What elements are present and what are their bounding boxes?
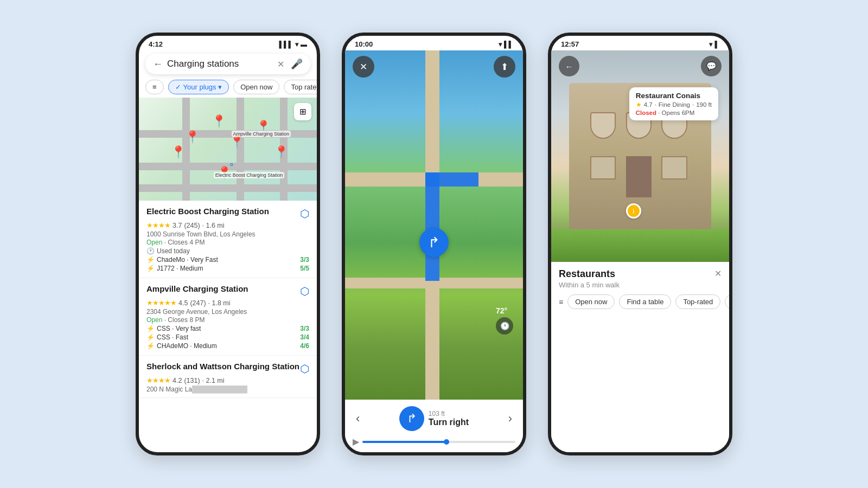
- open-now-btn[interactable]: Open now: [567, 294, 615, 309]
- your-plugs-label: Your plugs ▾: [183, 83, 222, 91]
- stars-1: ★★★★: [146, 221, 170, 229]
- rating-value-2: 4.5: [178, 299, 188, 307]
- search-bar[interactable]: ← Charging stations ✕ 🎤: [145, 54, 310, 74]
- restaurants-panel: Restaurants Within a 5 min walk ✕ ≡ Open…: [551, 262, 729, 452]
- phone-navigation: 10:00 ▾ ▌▌ ↱ ✕ ⬆ 72° 🕐 ‹ ↱: [342, 33, 526, 455]
- panel-close-button[interactable]: ✕: [714, 268, 722, 279]
- layers-icon: ⊞: [299, 107, 307, 117]
- nav-button-3[interactable]: ⬡: [300, 362, 309, 375]
- more-btn[interactable]: More: [725, 294, 732, 309]
- user-location-dot: ⚬: [228, 160, 235, 169]
- street-view-map[interactable]: ← 💬 Restaurant Conais ★ 4.7 · Fine Dinin…: [551, 50, 729, 262]
- map-pin[interactable]: 📍: [212, 114, 226, 129]
- charger-avail: 3/4: [300, 333, 309, 341]
- wifi-icon: ▾: [295, 41, 298, 48]
- place-marker[interactable]: i: [626, 203, 641, 219]
- review-count-1: (245): [184, 222, 200, 229]
- top-rated-btn[interactable]: Top-rated: [675, 294, 720, 309]
- charger-avail: 4/6: [300, 342, 309, 350]
- map-layer-button[interactable]: ⊞: [294, 103, 311, 120]
- panel-header: Restaurants Within a 5 min walk ✕: [559, 268, 722, 289]
- charger-avail: 5/5: [300, 265, 309, 272]
- map-pin[interactable]: 📍: [171, 145, 186, 159]
- tooltip-dist: ·: [692, 101, 694, 108]
- map-pin[interactable]: 📍: [274, 145, 289, 159]
- nav-turn-arrow: ↱: [419, 228, 449, 257]
- nav-close-button[interactable]: ✕: [353, 56, 374, 78]
- nav-map[interactable]: ↱ ✕ ⬆ 72° 🕐: [345, 50, 523, 400]
- sv-back-button[interactable]: ←: [559, 56, 579, 76]
- place-tooltip[interactable]: Restaurant Conais ★ 4.7 · Fine Dining · …: [629, 87, 718, 120]
- building-window: [590, 156, 616, 179]
- status-bar-2: 10:00 ▾ ▌▌: [345, 36, 523, 50]
- listing-1[interactable]: Electric Boost Charging Station ⬡ ★★★★ 3…: [139, 201, 317, 278]
- wifi-icon-2: ▾: [499, 41, 502, 48]
- turn-info: 103 ft Turn right: [429, 410, 469, 427]
- panel-title: Restaurants: [559, 268, 620, 280]
- tooltip-name: Restaurant Conais: [636, 92, 712, 100]
- progress-track[interactable]: [362, 441, 515, 443]
- status-icons-3: ▾ ▌: [709, 41, 719, 48]
- charger-avail: 3/3: [300, 325, 309, 332]
- opens-hours: · Opens 6PM: [658, 110, 694, 116]
- used-today-1: 🕐 Used today: [146, 247, 309, 255]
- nav-share-button[interactable]: ⬆: [494, 56, 515, 78]
- ground: [551, 229, 729, 262]
- back-button[interactable]: ←: [153, 59, 163, 70]
- map-label-ampville: Ampville Charging Station: [232, 131, 291, 137]
- listing-rating-3: ★★★★ 4.2 (131) · 2.1 mi: [146, 376, 309, 384]
- map-pin[interactable]: 📍: [185, 130, 200, 144]
- tooltip-status: Closed · Opens 6PM: [636, 110, 712, 116]
- rating-value-3: 4.2: [173, 377, 182, 384]
- listing-rating-2: ★★★★★ 4.5 (247) · 1.8 mi: [146, 299, 309, 307]
- charger-row: ⚡ChadeMo · Very Fast 3/3: [146, 256, 309, 264]
- status-icons-2: ▾ ▌▌: [499, 41, 513, 48]
- search-text[interactable]: Charging stations: [167, 59, 273, 69]
- filter-sliders-icon[interactable]: ≡: [559, 298, 563, 306]
- nav-prev-button[interactable]: ‹: [353, 412, 363, 426]
- play-icon[interactable]: ▶: [353, 436, 359, 447]
- building-door: [626, 156, 652, 197]
- status-time-1: 4:12: [149, 40, 163, 48]
- signal-icon: ▌▌▌: [279, 41, 293, 48]
- distance-1: · 1.6 mi: [202, 222, 225, 229]
- address-2: 2304 George Avenue, Los Angeles: [146, 308, 309, 316]
- nav-temperature: 72° 🕐: [496, 306, 513, 335]
- map-label-electric: Electric Boost Charging Station: [214, 172, 285, 178]
- filter-sliders-button[interactable]: ≡: [145, 80, 164, 94]
- phone-street-view: 12:57 ▾ ▌ ← 💬 Restaurant Conais ★ 4.7: [548, 33, 732, 455]
- nav-next-button[interactable]: ›: [505, 412, 515, 426]
- status-time-3: 12:57: [561, 40, 579, 48]
- nav-overlay-top: ✕ ⬆: [345, 50, 523, 83]
- top-rated-filter[interactable]: Top rated: [284, 80, 317, 94]
- status-bar-1: 4:12 ▌▌▌ ▾ ▬: [139, 36, 317, 50]
- listing-2[interactable]: Ampville Charging Station ⬡ ★★★★★ 4.5 (2…: [139, 278, 317, 356]
- your-plugs-filter[interactable]: ✓ Your plugs ▾: [168, 80, 229, 94]
- find-table-btn[interactable]: Find a table: [619, 294, 671, 309]
- hours-1: Open · Closes 4 PM: [146, 239, 309, 246]
- rating-value-1: 3.7: [173, 222, 182, 229]
- progress-fill: [362, 441, 446, 443]
- listing-name-2: Ampville Charging Station: [146, 284, 248, 294]
- nav-button-2[interactable]: ⬡: [300, 285, 309, 298]
- open-now-filter[interactable]: Open now: [233, 80, 279, 94]
- status-bar-3: 12:57 ▾ ▌: [551, 36, 729, 50]
- status-time-2: 10:00: [355, 40, 373, 48]
- top-rated-label: Top rated: [291, 83, 317, 91]
- phone-charging-stations: 4:12 ▌▌▌ ▾ ▬ ← Charging stations ✕ 🎤 ≡ ✓…: [136, 33, 320, 455]
- map-preview[interactable]: 📍 📍 📍 📍 📍 📍 📍 ⚬ Ampville Charging Statio…: [139, 98, 317, 201]
- listing-3[interactable]: Sherlock and Wattson Charging Station ⬡ …: [139, 356, 317, 398]
- sv-message-button[interactable]: 💬: [701, 56, 722, 76]
- clear-button[interactable]: ✕: [277, 59, 284, 69]
- listing-rating-1: ★★★★ 3.7 (245) · 1.6 mi: [146, 221, 309, 229]
- map-pin[interactable]: 📍: [229, 135, 244, 149]
- building-window: [590, 112, 616, 139]
- signal-icon-2: ▌▌: [504, 41, 513, 48]
- tooltip-rating-value: 4.7: [644, 101, 653, 108]
- nav-turn: ↱ 103 ft Turn right: [399, 406, 469, 431]
- mic-icon[interactable]: 🎤: [291, 58, 303, 70]
- panel-subtitle: Within a 5 min walk: [559, 281, 620, 289]
- nav-route-segment: [425, 172, 439, 281]
- nav-button-1[interactable]: ⬡: [300, 207, 309, 220]
- status-icons-1: ▌▌▌ ▾ ▬: [279, 41, 307, 48]
